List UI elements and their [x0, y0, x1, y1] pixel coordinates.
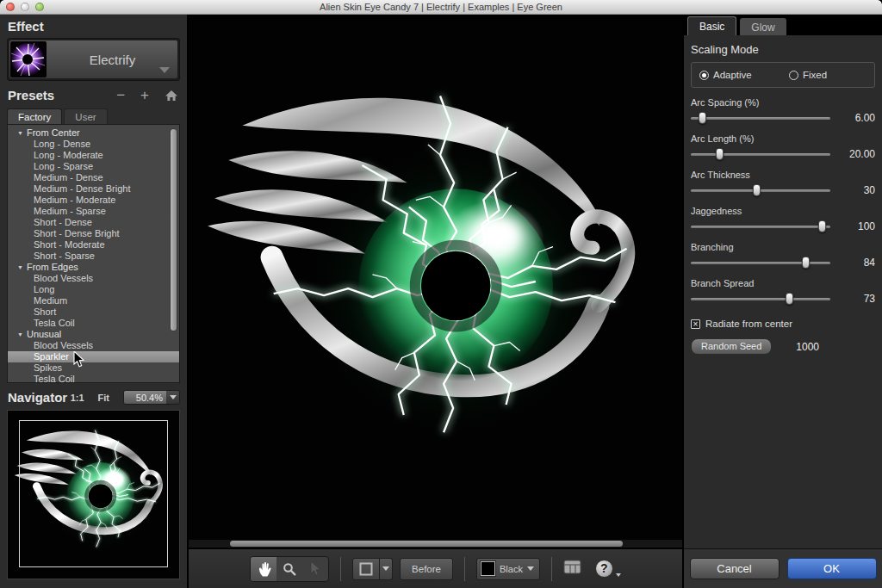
- slider-value: 100: [837, 220, 875, 232]
- preset-item[interactable]: Medium: [8, 295, 179, 306]
- home-preset-button[interactable]: [157, 90, 179, 101]
- basic-settings: Scaling Mode Adaptive Fixed Arc Spacing …: [684, 35, 882, 548]
- help-menu-button[interactable]: ?: [595, 560, 621, 578]
- tab-factory[interactable]: Factory: [7, 108, 62, 124]
- preset-group-from-center[interactable]: ▼From Center: [8, 127, 179, 139]
- preset-item-label: Blood Vessels: [34, 340, 93, 350]
- arc-length-slider[interactable]: [691, 153, 830, 156]
- radio-label: Fixed: [803, 70, 827, 80]
- slider-thumb[interactable]: [753, 184, 761, 196]
- remove-preset-button[interactable]: −: [109, 90, 133, 102]
- preset-item[interactable]: Medium - Moderate: [8, 195, 179, 206]
- preset-group-unusual[interactable]: ▼Unusual: [8, 329, 179, 340]
- toolbar-separator: [464, 557, 465, 581]
- tab-basic[interactable]: Basic: [687, 16, 736, 35]
- adaptive-radio-option[interactable]: Adaptive: [699, 70, 789, 80]
- preset-item[interactable]: Blood Vessels: [8, 340, 179, 351]
- preset-item[interactable]: Short - Dense: [8, 217, 179, 228]
- preview-canvas[interactable]: [189, 15, 682, 548]
- chevron-down-icon: [382, 566, 389, 571]
- minimize-window-button[interactable]: [21, 3, 29, 11]
- background-color-dropdown[interactable]: Black: [476, 558, 540, 580]
- view-mode-dropdown-arrow[interactable]: [380, 558, 393, 580]
- window-title: Alien Skin Eye Candy 7 | Electrify | Exa…: [0, 0, 882, 14]
- preset-item[interactable]: Medium - Sparse: [8, 206, 179, 217]
- preset-item[interactable]: Tesla Coil: [8, 374, 179, 383]
- preset-item[interactable]: Tesla Coil: [8, 318, 179, 329]
- branch-spread-slider[interactable]: [691, 298, 830, 300]
- effect-dropdown-button[interactable]: Electrify: [9, 40, 177, 78]
- fixed-radio-option[interactable]: Fixed: [789, 70, 827, 80]
- preset-item-label: Short - Dense Bright: [34, 228, 120, 238]
- preset-item[interactable]: Short - Moderate: [8, 239, 179, 251]
- before-button[interactable]: Before: [400, 558, 453, 580]
- preset-group-label: Unusual: [27, 329, 61, 339]
- close-window-button[interactable]: [6, 3, 15, 11]
- slider-thumb[interactable]: [699, 112, 706, 124]
- preset-item[interactable]: Short - Dense Bright: [8, 228, 179, 239]
- preset-group-from-edges[interactable]: ▼From Edges: [8, 262, 179, 273]
- preset-item[interactable]: Medium - Dense: [8, 172, 179, 183]
- arc-thickness-slider[interactable]: [691, 189, 830, 192]
- preset-list: ▼From Center Long - Dense Long - Moderat…: [7, 124, 180, 383]
- ok-button[interactable]: OK: [787, 558, 877, 579]
- slider-thumb[interactable]: [802, 257, 810, 269]
- view-mode-button[interactable]: [352, 558, 380, 580]
- zoom-tool-button[interactable]: [276, 557, 302, 581]
- background-color-label: Black: [500, 564, 523, 574]
- checkbox-checked-icon[interactable]: ×: [691, 319, 700, 329]
- preferences-button[interactable]: [563, 560, 581, 578]
- preset-item[interactable]: Medium - Dense Bright: [8, 183, 179, 195]
- slider-thumb[interactable]: [716, 148, 724, 160]
- preset-group-label: From Center: [27, 127, 80, 138]
- preset-item-label: Medium - Dense: [34, 172, 103, 183]
- single-view-icon: [359, 562, 373, 576]
- navigator-preview[interactable]: [7, 410, 180, 579]
- preset-item[interactable]: Spikes: [8, 362, 179, 374]
- add-preset-button[interactable]: +: [133, 90, 157, 102]
- zoom-window-button[interactable]: [35, 3, 44, 11]
- toolbar-separator: [340, 557, 341, 581]
- preset-item-label: Spikes: [34, 362, 62, 373]
- preset-group-label: From Edges: [27, 262, 78, 272]
- navigator-view-rectangle[interactable]: [19, 420, 168, 567]
- collapse-arrow-icon: ▼: [17, 127, 23, 139]
- tab-user[interactable]: User: [64, 108, 107, 124]
- preset-item[interactable]: Short - Sparse: [8, 251, 179, 262]
- slider-thumb[interactable]: [818, 220, 826, 232]
- chevron-down-icon: [159, 67, 170, 73]
- radiate-from-center-checkbox-row[interactable]: × Radiate from center: [691, 319, 875, 329]
- fit-button[interactable]: Fit: [98, 393, 109, 403]
- select-tool-button[interactable]: [302, 557, 328, 581]
- preset-item[interactable]: Long - Dense: [8, 139, 179, 150]
- slider-value: 73: [837, 293, 875, 305]
- zoom-level-dropdown[interactable]: 50.4%: [123, 390, 180, 405]
- scrollbar-thumb[interactable]: [170, 128, 177, 331]
- actual-size-button[interactable]: 1:1: [71, 393, 84, 403]
- preset-item[interactable]: Long - Moderate: [8, 150, 179, 161]
- preset-item[interactable]: Long: [8, 284, 179, 295]
- preset-item[interactable]: Long - Sparse: [8, 161, 179, 172]
- preset-item-label: Medium - Sparse: [34, 206, 106, 216]
- preset-item-selected[interactable]: Sparkler: [8, 351, 179, 362]
- zoom-dropdown-arrow[interactable]: [166, 391, 179, 404]
- help-icon: ?: [595, 560, 613, 578]
- branching-slider[interactable]: [691, 262, 830, 264]
- cancel-button[interactable]: Cancel: [690, 558, 780, 579]
- preset-item[interactable]: Blood Vessels: [8, 273, 179, 284]
- scrollbar-thumb[interactable]: [230, 541, 623, 547]
- slider-value: 6.00: [837, 112, 875, 124]
- presets-section-header: Presets: [8, 88, 109, 102]
- chevron-down-icon: [527, 566, 534, 571]
- preset-list-scrollbar[interactable]: [170, 127, 177, 381]
- random-seed-button[interactable]: Random Seed: [691, 338, 772, 355]
- pan-tool-button[interactable]: [251, 557, 276, 581]
- arc-spacing-slider[interactable]: [691, 117, 830, 120]
- preset-item[interactable]: Short: [8, 306, 179, 318]
- checkbox-label: Radiate from center: [705, 319, 792, 329]
- slider-thumb[interactable]: [786, 293, 793, 305]
- canvas-horizontal-scrollbar[interactable]: [189, 540, 682, 548]
- jaggedness-slider[interactable]: [691, 226, 830, 228]
- tab-glow[interactable]: Glow: [740, 18, 786, 35]
- black-color-swatch: [481, 561, 495, 576]
